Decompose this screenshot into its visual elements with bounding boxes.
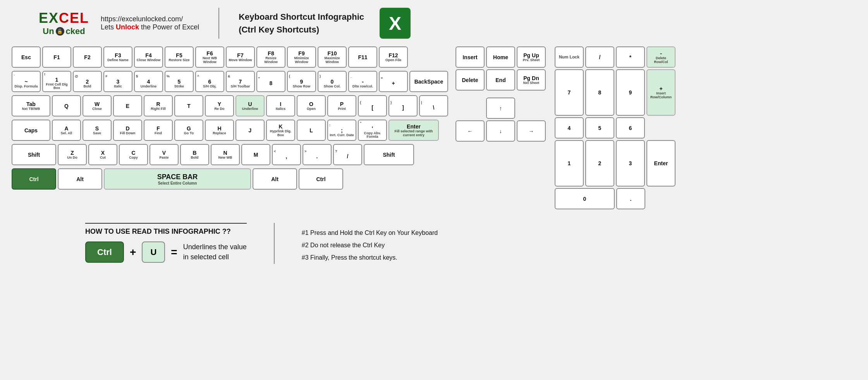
- key-p[interactable]: P Print: [327, 95, 356, 116]
- key-arrow-up[interactable]: ↑: [486, 98, 515, 119]
- key-f12[interactable]: F12 Open File: [379, 46, 408, 68]
- key-a[interactable]: A Sel. All: [52, 120, 81, 141]
- key-num8[interactable]: 8: [585, 69, 614, 116]
- key-f[interactable]: F Find: [144, 120, 173, 141]
- key-minus[interactable]: _ - Dlte row/col.: [348, 71, 377, 92]
- key-f4[interactable]: F4 Close Window: [134, 46, 163, 68]
- key-enter[interactable]: Enter Fill selected range with current e…: [388, 120, 439, 141]
- key-j[interactable]: J: [235, 120, 265, 141]
- legend-ctrl-key[interactable]: Ctrl: [85, 241, 124, 263]
- key-h[interactable]: H Replace: [205, 120, 234, 141]
- key-v[interactable]: V Paste: [150, 144, 179, 165]
- legend-u-key[interactable]: U: [142, 241, 165, 263]
- key-pgup[interactable]: Pg Up Prv. Sheet: [517, 46, 546, 68]
- key-insert[interactable]: Insert: [455, 46, 485, 68]
- key-e[interactable]: E: [113, 95, 142, 116]
- key-f6[interactable]: F6 Next WB Window: [195, 46, 224, 68]
- key-o[interactable]: O Open: [297, 95, 326, 116]
- key-f10[interactable]: F10 Maximize Window: [318, 46, 347, 68]
- key-1[interactable]: ! 1 Frmt Cell Dlg Box: [42, 71, 71, 92]
- key-lbracket[interactable]: { [: [358, 95, 387, 116]
- key-6[interactable]: ^ 6 S/H Obj.: [195, 71, 224, 92]
- key-s[interactable]: S Save: [83, 120, 112, 141]
- key-2[interactable]: @ 2 Bold: [73, 71, 102, 92]
- key-alt-left[interactable]: Alt: [58, 168, 102, 190]
- key-num-dot[interactable]: .: [616, 188, 645, 209]
- key-numlock[interactable]: Num Lock: [555, 46, 584, 68]
- key-r[interactable]: R Right Fill: [144, 95, 173, 116]
- key-f7[interactable]: F7 Move Window: [226, 46, 255, 68]
- key-num2k[interactable]: 2: [585, 140, 614, 187]
- key-x[interactable]: X Cut: [88, 144, 117, 165]
- key-caps[interactable]: Caps: [12, 120, 50, 141]
- key-num-enter[interactable]: Enter: [646, 140, 675, 187]
- key-num6[interactable]: 6: [616, 117, 645, 139]
- key-l[interactable]: L: [297, 120, 326, 141]
- key-arrow-left[interactable]: ←: [455, 120, 485, 142]
- key-num1k[interactable]: 1: [555, 140, 584, 187]
- key-7[interactable]: & 7 S/H Toolbar: [226, 71, 255, 92]
- key-num-plus[interactable]: + Insert Row/Column: [646, 69, 675, 116]
- key-slash[interactable]: ? /: [333, 144, 362, 165]
- key-i[interactable]: I Italics: [266, 95, 295, 116]
- key-4[interactable]: $ 4 Underline: [134, 71, 163, 92]
- key-pipe[interactable]: | \: [419, 95, 448, 116]
- key-ctrl-right[interactable]: Ctrl: [299, 168, 343, 190]
- key-f5[interactable]: F5 Restore Size: [165, 46, 194, 68]
- key-esc[interactable]: Esc: [12, 46, 41, 68]
- key-num-minus[interactable]: - Delete Row/Col: [646, 46, 675, 68]
- key-8[interactable]: * 8: [256, 71, 285, 92]
- key-w[interactable]: W Close: [83, 95, 112, 116]
- key-f11[interactable]: F11: [348, 46, 377, 68]
- key-f1[interactable]: F1: [42, 46, 71, 68]
- key-num-star[interactable]: *: [616, 46, 645, 68]
- key-tab[interactable]: Tab Nxt TB/WB: [12, 95, 50, 116]
- key-b[interactable]: B Bold: [180, 144, 209, 165]
- key-0[interactable]: ) 0 Show Col.: [318, 71, 347, 92]
- key-ctrl-left[interactable]: Ctrl: [12, 168, 56, 190]
- key-arrow-right[interactable]: →: [517, 120, 546, 142]
- key-num4[interactable]: 4: [555, 117, 584, 139]
- key-n[interactable]: N New WB: [211, 144, 240, 165]
- key-t[interactable]: T: [174, 95, 203, 116]
- key-m[interactable]: M: [241, 144, 270, 165]
- key-f2[interactable]: F2: [73, 46, 102, 68]
- key-quote[interactable]: " ' Copy Abv. Formla: [358, 120, 387, 141]
- key-9[interactable]: ( 9 Show Row: [287, 71, 316, 92]
- key-d[interactable]: D Fill Down: [113, 120, 142, 141]
- key-comma[interactable]: < ,: [272, 144, 301, 165]
- key-num-slash[interactable]: /: [585, 46, 614, 68]
- key-f9[interactable]: F9 Minimize Window: [287, 46, 316, 68]
- key-u[interactable]: U Underline: [235, 95, 265, 116]
- key-num7[interactable]: 7: [555, 69, 584, 116]
- key-num3k[interactable]: 3: [616, 140, 645, 187]
- key-shift-left[interactable]: Shift: [12, 144, 56, 165]
- key-q[interactable]: Q: [52, 95, 81, 116]
- key-spacebar[interactable]: SPACE BAR Select Entire Column: [104, 168, 251, 190]
- key-num0[interactable]: 0: [555, 188, 615, 209]
- key-tilde[interactable]: ` ~ Disp. Formula: [12, 71, 41, 92]
- key-colon[interactable]: : ; Inrt. Curr. Date: [327, 120, 356, 141]
- key-pgdn[interactable]: Pg Dn Nxt Sheet: [517, 69, 546, 91]
- key-y[interactable]: Y Re Do: [205, 95, 234, 116]
- key-num9[interactable]: 9: [616, 69, 645, 116]
- key-arrow-down[interactable]: ↓: [486, 120, 515, 142]
- key-k[interactable]: K Hyprlink Dlg. Box: [266, 120, 295, 141]
- key-shift-right[interactable]: Shift: [364, 144, 414, 165]
- key-home[interactable]: Home: [486, 46, 515, 68]
- key-5[interactable]: % 5 Strike: [165, 71, 194, 92]
- key-alt-right[interactable]: Alt: [253, 168, 297, 190]
- key-end[interactable]: End: [486, 69, 515, 91]
- key-g[interactable]: G Go To: [174, 120, 203, 141]
- key-z[interactable]: Z Un Do: [58, 144, 87, 165]
- key-f3[interactable]: F3 Define Name: [103, 46, 132, 68]
- key-f8[interactable]: F8 Resize Window: [256, 46, 285, 68]
- key-delete[interactable]: Delete: [455, 69, 485, 91]
- key-period[interactable]: > .: [303, 144, 332, 165]
- key-rbracket[interactable]: } ]: [388, 95, 418, 116]
- key-plus[interactable]: = +: [379, 71, 408, 92]
- key-3[interactable]: # 3 Italic: [103, 71, 132, 92]
- key-num5[interactable]: 5: [585, 117, 614, 139]
- key-backspace[interactable]: BackSpace: [409, 71, 448, 92]
- key-c[interactable]: C Copy: [119, 144, 148, 165]
